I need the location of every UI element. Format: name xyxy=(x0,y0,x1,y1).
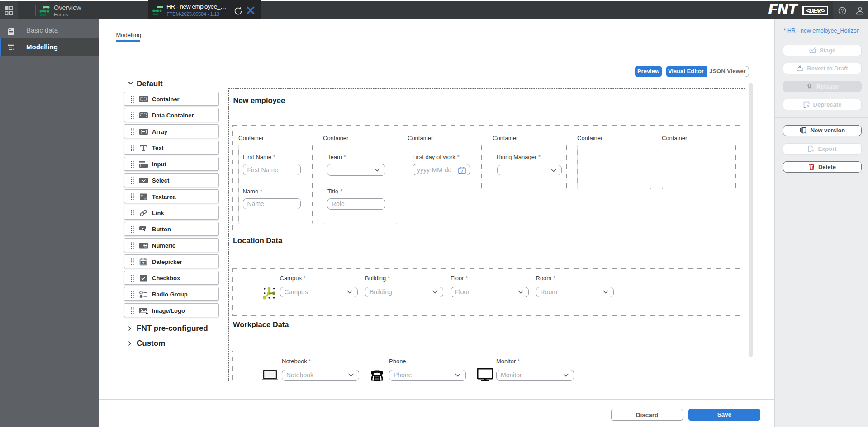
svg-text:?: ? xyxy=(841,8,844,14)
svg-text:T: T xyxy=(141,194,143,198)
svg-text:7: 7 xyxy=(461,169,463,174)
svg-text:7: 7 xyxy=(142,261,144,265)
